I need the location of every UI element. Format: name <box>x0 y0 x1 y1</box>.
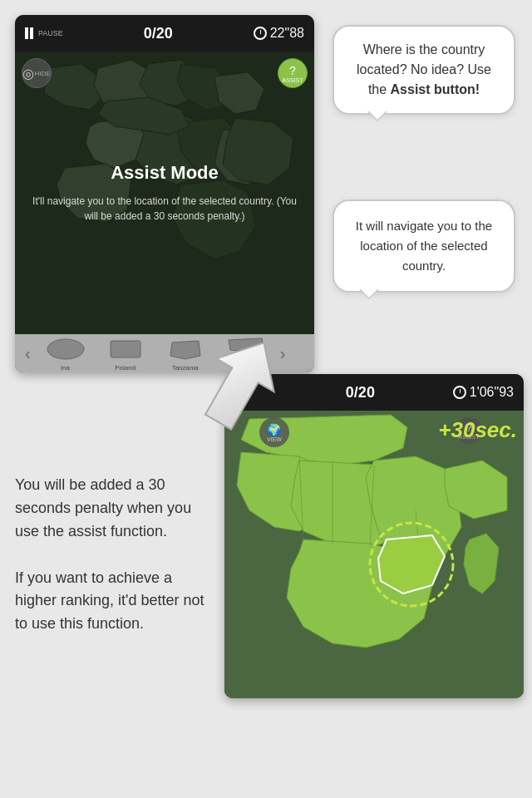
ranking-paragraph: If you want to achieve a higher ranking,… <box>15 567 214 637</box>
pause-label: PAUSE <box>38 29 63 37</box>
assist-mode-overlay: Assist Mode It'll navigate you to the lo… <box>15 52 314 334</box>
left-text-area: You will be added a 30 seconds penalty w… <box>15 474 214 636</box>
country-item-bottom-uae[interactable]: United Arab Emirates <box>401 697 450 698</box>
assist-button-top[interactable]: ? ASSIST <box>278 58 308 88</box>
assist-mode-title: Assist Mode <box>111 162 219 184</box>
clock-icon-bottom <box>453 386 466 399</box>
clock-icon <box>254 27 267 40</box>
connecting-arrow <box>191 332 291 432</box>
africa-map-svg <box>224 411 524 698</box>
game-header-top: PAUSE 0/20 22"88 <box>15 15 314 52</box>
bubble1-text: Where is the country located? No idea? U… <box>357 42 491 96</box>
score-bottom: 0/20 <box>346 384 375 401</box>
hide-button[interactable]: ◎ HIDE <box>22 58 52 88</box>
pause-button[interactable]: PAUSE <box>25 27 63 39</box>
top-game-panel: PAUSE 0/20 22"88 <box>15 15 314 372</box>
score-top: 0/20 <box>144 25 173 42</box>
bubble2-text: It will navigate you to the location of … <box>356 219 492 273</box>
timer-bottom: 1'06"93 <box>453 385 514 400</box>
assist-mode-desc: It'll navigate you to the location of th… <box>15 194 314 224</box>
timer-top: 22"88 <box>254 26 304 41</box>
map-area-top: Assist Mode It'll navigate you to the lo… <box>15 52 314 334</box>
svg-point-14 <box>47 339 84 359</box>
speech-bubble-2: It will navigate you to the location of … <box>332 200 515 293</box>
speech-bubble-1: Where is the country located? No idea? U… <box>332 25 515 115</box>
country-item-poland[interactable]: Poland <box>97 336 154 372</box>
map-area-bottom: 🌍 VIEW ? ASSIST +30sec. <box>224 411 524 698</box>
penalty-text: +30sec. <box>438 417 517 443</box>
svg-marker-18 <box>191 332 291 432</box>
strip-arrow-left-top[interactable]: ‹ <box>22 344 34 363</box>
svg-rect-15 <box>111 341 140 357</box>
country-item-ina[interactable]: ina <box>37 336 94 372</box>
penalty-paragraph: You will be added a 30 seconds penalty w… <box>15 474 214 544</box>
